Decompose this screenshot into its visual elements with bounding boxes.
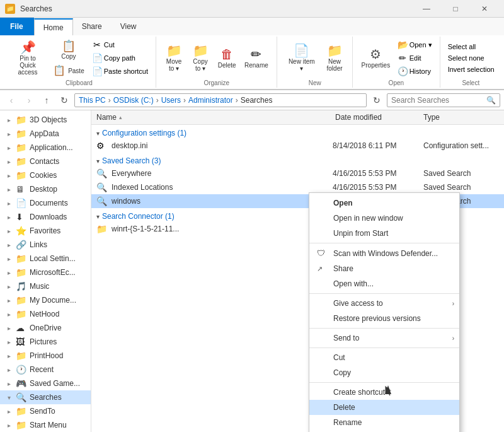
rename-button[interactable]: ✏ Rename	[241, 45, 272, 71]
maximize-button[interactable]: □	[441, 0, 470, 18]
share-ctx-icon: ↗	[317, 265, 329, 273]
ctx-delete[interactable]: Delete	[309, 400, 459, 415]
back-button[interactable]: ‹	[4, 93, 19, 108]
newfolder-button[interactable]: 📁 Newfolder	[322, 42, 347, 74]
up-button[interactable]: ↑	[39, 93, 54, 108]
sidebar-item-application[interactable]: ▸ 📁 Application...	[0, 141, 91, 155]
sidebar-item-desktop[interactable]: ▸ 🖥 Desktop	[0, 182, 91, 196]
delete-button[interactable]: 🗑 Delete	[214, 45, 239, 71]
sidebar-item-printhood[interactable]: ▸ 📁 PrintHood	[0, 349, 91, 363]
refresh-button[interactable]: ↻	[57, 93, 72, 108]
sidebar-item-onedrive[interactable]: ▸ ☁ OneDrive	[0, 321, 91, 335]
properties-button[interactable]: ⚙ Properties	[358, 45, 394, 71]
rename-icon: ✏	[251, 48, 261, 61]
ctx-sendto[interactable]: Send to ›	[309, 330, 459, 346]
address-path[interactable]: This PC › OSDisk (C:) › Users › Administ…	[74, 93, 367, 107]
history-button[interactable]: 🕐 History	[395, 65, 435, 78]
file-row-everywhere[interactable]: 🔍 Everywhere 4/16/2015 5:53 PM Saved Sea…	[91, 166, 504, 180]
section-label: Saved Search (3)	[102, 156, 161, 165]
sidebar-item-music[interactable]: ▸ 🎵 Music	[0, 279, 91, 293]
tab-share[interactable]: Share	[73, 18, 112, 35]
ctx-open[interactable]: Open	[309, 196, 459, 211]
sidebar-item-localsetting[interactable]: ▸ 📁 Local Settin...	[0, 252, 91, 266]
section-config[interactable]: ▾ Configuration settings (1)	[91, 125, 504, 139]
sidebar-item-label: Links	[30, 240, 47, 249]
selectnone-button[interactable]: Select none	[445, 53, 497, 63]
copyto-button[interactable]: 📁 Copyto ▾	[188, 42, 213, 74]
copy-button[interactable]: 📋 Copy	[49, 38, 88, 62]
tab-file[interactable]: File	[0, 18, 34, 35]
cut-button[interactable]: ✂ Cut	[89, 38, 151, 51]
copypath-button[interactable]: 📄 Copy path	[89, 52, 151, 64]
file-row-desktopini[interactable]: ⚙ desktop.ini 8/14/2018 6:11 PM Configur…	[91, 139, 504, 153]
path-osdisk[interactable]: OSDisk (C:)	[113, 96, 154, 105]
tab-view[interactable]: View	[112, 18, 146, 35]
sidebar-item-recent[interactable]: ▸ 🕐 Recent	[0, 363, 91, 377]
open-group: ⚙ Properties 📂 Open ▾ ✏ Edit 🕐 History	[353, 37, 440, 88]
sidebar-item-cookies[interactable]: ▸ 📁 Cookies	[0, 168, 91, 182]
ctx-openinnewwindow[interactable]: Open in new window	[309, 211, 459, 226]
file-type: Saved Search	[423, 169, 499, 178]
pin-button[interactable]: 📌 Pin to Quickaccess	[8, 38, 48, 78]
sidebar-item-startmenu[interactable]: ▸ 📁 Start Menu	[0, 418, 91, 432]
invertselection-button[interactable]: Invert selection	[445, 64, 497, 74]
sidebar-item-label: OneDrive	[30, 324, 62, 332]
sidebar-item-searches[interactable]: ▾ 🔍 Searches	[0, 390, 91, 404]
col-date-header[interactable]: Date modified	[335, 113, 423, 122]
sidebar-item-label: SendTo	[30, 407, 55, 416]
ctx-giveaccess[interactable]: Give access to ›	[309, 296, 459, 311]
path-users[interactable]: Users	[161, 96, 181, 105]
minimize-button[interactable]: —	[412, 0, 441, 18]
selectall-button[interactable]: Select all	[445, 42, 497, 52]
ctx-share[interactable]: ↗ Share	[309, 261, 459, 276]
tab-home[interactable]: Home	[34, 18, 73, 35]
sidebar-item-favorites[interactable]: ▸ ⭐ Favorites	[0, 224, 91, 238]
ctx-unpin[interactable]: Unpin from Start	[309, 226, 459, 241]
ctx-createshortcut[interactable]: Create shortcut	[309, 385, 459, 400]
expand-arrow: ▸	[8, 228, 11, 235]
ctx-copy[interactable]: Copy	[309, 365, 459, 380]
ctx-rename[interactable]: Rename	[309, 415, 459, 430]
sidebar-item-mydocuments[interactable]: ▸ 📁 My Docume...	[0, 293, 91, 307]
search-input[interactable]	[391, 96, 486, 105]
sidebar-item-downloads[interactable]: ▸ ⬇ Downloads	[0, 210, 91, 224]
col-name-header[interactable]: Name ▴	[96, 113, 335, 122]
sidebar-item-3dobjects[interactable]: ▸ 📁 3D Objects	[0, 113, 91, 127]
sidebar-item-label: NetHood	[30, 310, 59, 318]
sidebar-item-appdata[interactable]: ▸ 📁 AppData	[0, 127, 91, 141]
path-admin[interactable]: Administrator	[188, 96, 233, 105]
copy-icon: 📋	[62, 40, 76, 52]
col-type-header[interactable]: Type	[423, 113, 499, 122]
sidebar-item-sendto[interactable]: ▸ 📁 SendTo	[0, 404, 91, 418]
ctx-scan[interactable]: 🛡 Scan with Windows Defender...	[309, 245, 459, 261]
sidebar-item-microsoftec[interactable]: ▸ 📁 MicrosoftEc...	[0, 266, 91, 279]
newitem-button[interactable]: 📄 New item ▾	[282, 42, 321, 74]
ctx-restoreprev[interactable]: Restore previous versions	[309, 311, 459, 326]
paste-button[interactable]: 📋 Paste	[49, 63, 88, 78]
moveto-button[interactable]: 📁 Moveto ▾	[161, 42, 186, 74]
section-savedsearch[interactable]: ▾ Saved Search (3)	[91, 153, 504, 166]
cut-icon: ✂	[92, 40, 102, 50]
sidebar-item-contacts[interactable]: ▸ 📁 Contacts	[0, 155, 91, 168]
sidebar-item-links[interactable]: ▸ 🔗 Links	[0, 238, 91, 252]
address-refresh-button[interactable]: ↻	[369, 93, 384, 108]
sidebar-item-nethood[interactable]: ▸ 📁 NetHood	[0, 307, 91, 321]
sidebar-item-documents[interactable]: ▸ 📄 Documents	[0, 196, 91, 210]
forward-button[interactable]: ›	[21, 93, 37, 108]
edit-button[interactable]: ✏ Edit	[395, 52, 435, 64]
expand-arrow: ▸	[8, 242, 11, 248]
ctx-cut[interactable]: Cut	[309, 350, 459, 365]
edit-icon: ✏	[398, 53, 408, 63]
folder-file-icon: 📁	[96, 224, 106, 234]
close-button[interactable]: ✕	[470, 0, 499, 18]
search-box[interactable]: 🔍	[387, 93, 500, 107]
sidebar-item-pictures[interactable]: ▸ 🖼 Pictures	[0, 335, 91, 349]
pasteshortcut-button[interactable]: 📄 Paste shortcut	[89, 65, 151, 78]
expand-arrow: ▸	[8, 200, 11, 207]
sidebar-item-label: Searches	[30, 393, 62, 402]
main-area: ▸ 📁 3D Objects ▸ 📁 AppData ▸ 📁 Applicati…	[0, 110, 504, 432]
path-thispc[interactable]: This PC	[79, 96, 106, 105]
open-button[interactable]: 📂 Open ▾	[395, 38, 435, 51]
ctx-openwith[interactable]: Open with...	[309, 276, 459, 291]
sidebar-item-savedgame[interactable]: ▸ 🎮 Saved Game...	[0, 377, 91, 390]
